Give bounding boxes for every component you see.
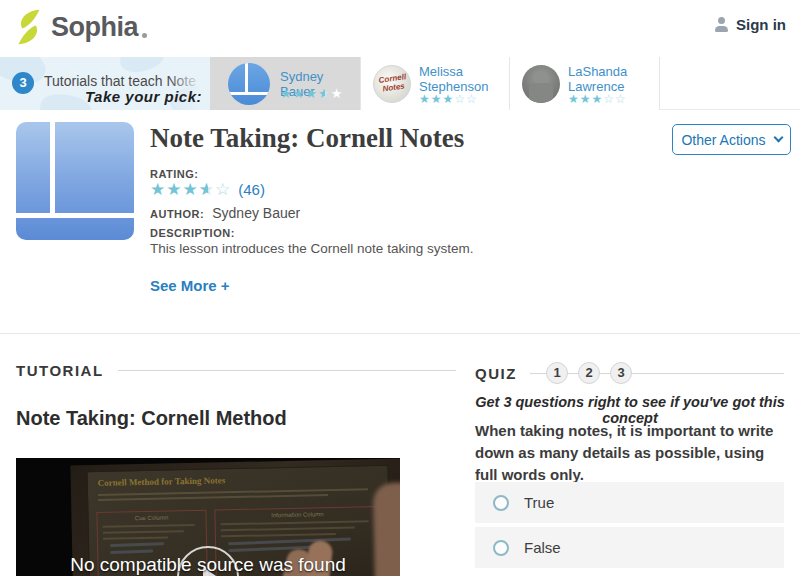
quiz-option-true[interactable]: True	[475, 482, 784, 523]
lesson-thumbnail-cornell-layout	[16, 122, 134, 240]
avatar-portrait	[522, 65, 560, 103]
avatar-cornell-layout	[228, 63, 270, 105]
author-rating-stars: ★★★☆☆	[568, 93, 627, 105]
other-actions-label: Other Actions	[681, 132, 765, 148]
lesson-rating-stars: ★★★★★☆	[150, 181, 231, 198]
video-player[interactable]: Cornell Method for Taking Notes Cue Colu…	[16, 458, 400, 576]
person-icon	[714, 17, 729, 32]
tutorial-section-label: TUTORIAL	[16, 362, 104, 379]
quiz-header-rule	[530, 373, 784, 374]
author-value: Sydney Bauer	[212, 205, 300, 221]
tutorial-header-rule	[118, 370, 456, 371]
quiz-section-label: QUIZ	[475, 365, 517, 382]
sophia-logo[interactable]: Sophia	[14, 9, 147, 45]
picker-tagline: Take your pick:	[85, 88, 202, 105]
quiz-section-header: QUIZ 1 2 3	[475, 362, 784, 384]
rating-label: RATING:	[150, 168, 199, 180]
sign-in-button[interactable]: Sign in	[714, 16, 786, 33]
chevron-down-icon	[773, 133, 783, 143]
page: Sophia Sign in 3 Tutorials that teach No…	[0, 0, 800, 576]
section-divider	[0, 333, 800, 334]
see-more-link[interactable]: See More +	[150, 277, 230, 294]
rating-count-link[interactable]: (46)	[238, 181, 265, 198]
page-title: Note Taking: Cornell Notes	[150, 123, 464, 154]
sign-in-label: Sign in	[736, 16, 786, 33]
author-rating-stars: ★★★★★★	[280, 87, 343, 100]
author-card-melissa-stephenson[interactable]: Cornell Notes Melissa Stephenson ★★★☆☆	[360, 57, 510, 110]
top-header: Sophia Sign in	[0, 0, 800, 57]
option-label: False	[524, 539, 561, 556]
video-doc-title: Cornell Method for Taking Notes	[98, 475, 226, 488]
author-card-sydney-bauer[interactable]: Sydney Bauer ★★★★★★	[210, 57, 360, 110]
quiz-step-3: 3	[610, 362, 632, 384]
information-column-label: Information Column	[215, 510, 379, 519]
quiz-question: When taking notes, it is important to wr…	[475, 420, 787, 485]
cue-column-label: Cue Column	[97, 514, 205, 522]
video-heading: Note Taking: Cornell Method	[16, 407, 287, 430]
radio-button[interactable]	[493, 540, 509, 556]
tutorial-section-header: TUTORIAL	[16, 362, 456, 379]
author-label: AUTHOR:	[150, 208, 204, 220]
author-name: LaShanda Lawrence	[568, 64, 658, 94]
author-card-lashanda-lawrence[interactable]: LaShanda Lawrence ★★★☆☆	[510, 57, 660, 110]
brand-name: Sophia	[51, 12, 138, 43]
rating-row: ★★★★★☆ (46)	[150, 181, 265, 198]
option-label: True	[524, 494, 554, 511]
logo-dot	[142, 33, 147, 38]
video-error-message: No compatible source was found	[16, 554, 400, 576]
description-label: DESCRIPTION:	[150, 227, 235, 239]
quiz-step-2: 2	[578, 362, 600, 384]
description-text: This lesson introduces the Cornell note …	[150, 241, 750, 256]
other-actions-button[interactable]: Other Actions	[672, 124, 791, 155]
quiz-option-false[interactable]: False	[475, 527, 784, 568]
author-rating-stars: ★★★☆☆	[419, 93, 478, 105]
avatar-cornell-notes-paper: Cornell Notes	[373, 65, 411, 103]
tutorial-count-badge: 3	[12, 72, 34, 94]
sophia-logo-icon	[14, 9, 44, 45]
author-name: Melissa Stephenson	[419, 64, 509, 94]
picker-intro-panel: 3 Tutorials that teach Note Taking Take …	[0, 57, 210, 110]
author-row: AUTHOR:Sydney Bauer	[150, 205, 300, 221]
quiz-step-1: 1	[546, 362, 568, 384]
radio-button[interactable]	[493, 495, 509, 511]
tutorial-picker-bar: 3 Tutorials that teach Note Taking Take …	[0, 57, 800, 110]
